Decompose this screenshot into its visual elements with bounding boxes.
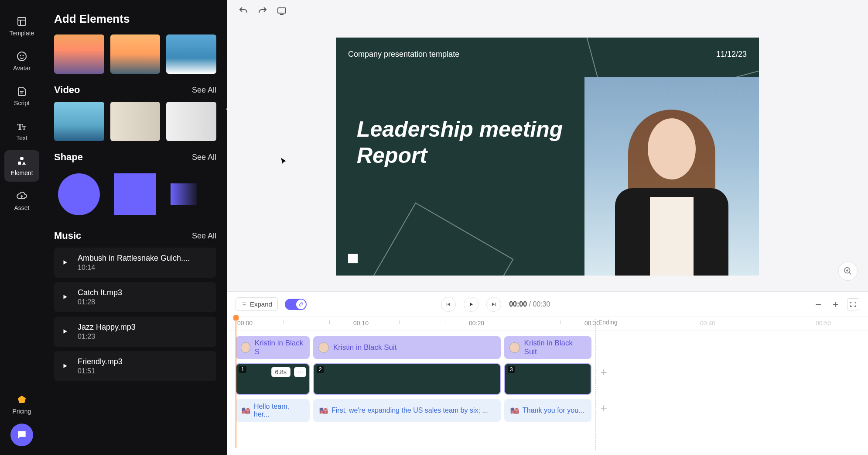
next-button[interactable]	[486, 297, 501, 312]
top-toolbar	[227, 0, 868, 22]
toggle-switch[interactable]	[285, 299, 307, 310]
image-thumb[interactable]	[166, 34, 216, 74]
nav-item-avatar[interactable]: Avatar	[4, 45, 39, 77]
play-icon	[62, 294, 69, 301]
nav-item-asset[interactable]: Asset	[4, 185, 39, 217]
scene-number: 1	[239, 366, 246, 373]
music-duration: 01:51	[78, 367, 208, 375]
script-icon	[16, 86, 27, 97]
undo-button[interactable]	[237, 5, 249, 17]
undo-icon	[238, 6, 249, 16]
mini-avatar-icon	[509, 342, 520, 353]
svg-rect-18	[447, 302, 447, 306]
svg-marker-11	[64, 295, 67, 299]
image-thumb[interactable]	[54, 34, 104, 74]
nav-item-text[interactable]: TT Text	[4, 115, 39, 147]
see-all-shape[interactable]: See All	[192, 153, 216, 162]
see-all-video[interactable]: See All	[192, 86, 216, 95]
avatar-clip[interactable]: Kristin in Black Suit	[313, 336, 501, 359]
script-clip[interactable]: 🇺🇸 Thank you for you...	[504, 399, 591, 422]
music-duration: 01:23	[78, 333, 208, 341]
section-shape-label: Shape	[54, 152, 83, 163]
time-display: 00:00 / 00:30	[509, 300, 550, 308]
svg-marker-9	[18, 396, 26, 403]
next-icon	[491, 301, 497, 307]
avatar-clip[interactable]: Kristin in Black Suit	[504, 336, 591, 359]
avatar-icon	[16, 51, 27, 62]
panel-title: Add Elements	[54, 12, 216, 26]
scene-number: 2	[317, 366, 324, 373]
music-item[interactable]: Friendly.mp3 01:51	[54, 351, 216, 381]
ruler[interactable]: 00:00 00:10 00:20 00:30 Ending 00:40 00:…	[227, 317, 868, 331]
fit-icon	[849, 300, 857, 308]
display-button[interactable]	[276, 5, 288, 17]
timeline-controls: Expand 00:00 / 00:30	[227, 292, 868, 317]
script-clip[interactable]: 🇺🇸 First, we're expanding the US sales t…	[313, 399, 501, 422]
video-thumb[interactable]	[166, 102, 216, 141]
mini-avatar-icon	[241, 342, 250, 353]
shape-square[interactable]	[110, 169, 161, 220]
svg-rect-21	[495, 302, 496, 306]
nav-item-pricing[interactable]: Pricing	[4, 389, 39, 420]
shape-circle[interactable]	[54, 169, 104, 220]
svg-marker-13	[64, 364, 67, 368]
nav-item-element[interactable]: Element	[4, 150, 39, 182]
mini-avatar-icon	[318, 342, 329, 353]
nav-item-template[interactable]: Template	[4, 10, 39, 42]
music-item[interactable]: Jazz Happy.mp3 01:23	[54, 317, 216, 347]
nav-item-script[interactable]: Script	[4, 80, 39, 112]
main-area: Company presentation template 11/12/23 L…	[227, 0, 868, 455]
music-item[interactable]: Ambush in Rattlesnake Gulch.... 10:14	[54, 248, 216, 278]
prev-button[interactable]	[441, 297, 456, 312]
zoom-out-button[interactable]: −	[812, 298, 824, 310]
chat-button[interactable]	[10, 424, 33, 446]
scene-clip[interactable]: 2	[313, 363, 501, 395]
see-all-music[interactable]: See All	[192, 231, 216, 241]
element-icon	[16, 155, 27, 167]
add-script-button[interactable]: +	[595, 399, 612, 417]
section-video-label: Video	[54, 84, 80, 96]
add-scene-button[interactable]: +	[595, 363, 612, 381]
scene-clip[interactable]: 1 6.8s ⋯	[236, 363, 310, 395]
video-thumb[interactable]	[54, 102, 104, 141]
expand-button[interactable]: Expand	[236, 297, 278, 311]
svg-marker-17	[448, 302, 450, 306]
svg-point-6	[20, 157, 24, 160]
play-icon	[62, 259, 69, 266]
slide-marker	[348, 254, 358, 263]
play-button[interactable]	[464, 297, 478, 312]
avatar-clip[interactable]: Kristin in Black S	[236, 336, 310, 359]
zoom-icon	[843, 266, 853, 276]
video-thumb[interactable]	[110, 102, 161, 141]
svg-marker-12	[64, 329, 67, 333]
nav-label: Script	[14, 100, 30, 107]
slide-preview[interactable]: Company presentation template 11/12/23 L…	[336, 38, 759, 276]
section-music-label: Music	[54, 230, 81, 241]
shape-gradient[interactable]	[166, 169, 216, 220]
nav-rail: Template Avatar Script TT Text Element A…	[0, 0, 44, 455]
script-clip[interactable]: 🇺🇸 Hello team, her...	[236, 399, 310, 422]
play-icon	[62, 363, 69, 370]
svg-marker-8	[22, 162, 26, 165]
prev-icon	[445, 301, 451, 307]
zoom-in-button[interactable]: +	[830, 298, 842, 310]
music-title: Jazz Happy.mp3	[78, 323, 208, 332]
scene-clip[interactable]: 3	[504, 363, 591, 395]
zoom-button[interactable]	[838, 262, 858, 281]
chat-icon	[16, 429, 27, 441]
music-item[interactable]: Catch It.mp3 01:28	[54, 282, 216, 312]
nav-label: Avatar	[13, 65, 31, 72]
more-button[interactable]: ⋯	[294, 367, 306, 377]
image-thumb[interactable]	[110, 34, 161, 74]
svg-marker-15	[281, 158, 286, 164]
music-title: Catch It.mp3	[78, 288, 208, 297]
music-title: Friendly.mp3	[78, 357, 208, 366]
ruler-mark: 00:50	[816, 320, 831, 327]
playhead[interactable]	[236, 317, 236, 448]
redo-button[interactable]	[256, 5, 269, 17]
asset-icon	[16, 190, 27, 202]
svg-point-1	[17, 52, 26, 61]
collapse-panel-button[interactable]	[222, 96, 227, 122]
canvas[interactable]: Company presentation template 11/12/23 L…	[227, 22, 868, 291]
fit-button[interactable]	[847, 298, 859, 310]
